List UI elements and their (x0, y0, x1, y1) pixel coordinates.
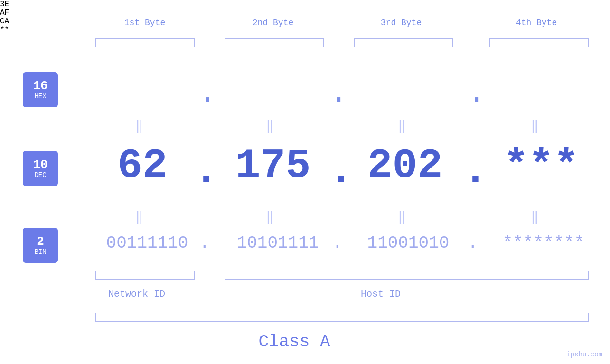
bin-dot-1: . (199, 233, 210, 253)
dec-val-col4: *** (484, 142, 598, 189)
col4-header: 4th Byte (491, 18, 582, 28)
hex-badge-number: 16 (33, 79, 47, 93)
bracket-top-col4 (489, 38, 589, 47)
col1-header: 1st Byte (100, 18, 190, 28)
col2-header: 2nd Byte (228, 18, 318, 28)
bin-badge-number: 2 (37, 235, 44, 249)
eq-upper-1: ‖ (135, 118, 143, 134)
bin-val-col3: 11001010 (351, 233, 465, 253)
col3-header: 3rd Byte (356, 18, 446, 28)
hex-badge: 16 HEX (23, 72, 58, 107)
dec-val-col2: 175 (216, 142, 330, 189)
watermark: ipshu.com (566, 351, 602, 358)
eq-upper-4: ‖ (531, 118, 539, 134)
bin-val-col2: 10101111 (221, 233, 335, 253)
bracket-full-bottom (95, 313, 589, 322)
bracket-bottom-host (225, 271, 589, 280)
hex-dot-2: . (330, 77, 347, 111)
eq-lower-4: ‖ (531, 209, 539, 225)
network-id-label: Network ID (108, 289, 165, 299)
dec-dot-1: . (194, 147, 219, 194)
dec-badge-number: 10 (33, 158, 47, 172)
eq-upper-3: ‖ (398, 118, 406, 134)
bin-val-col1: 00111110 (90, 233, 204, 253)
dec-val-col1: 62 (90, 142, 195, 189)
dec-badge-label: DEC (34, 171, 46, 179)
eq-upper-2: ‖ (266, 118, 274, 134)
dec-val-col3: 202 (348, 142, 462, 189)
dec-dot-2: . (328, 147, 354, 194)
dec-dot-3: . (463, 147, 488, 194)
eq-lower-2: ‖ (266, 209, 274, 225)
hex-badge-label: HEX (34, 93, 46, 100)
host-id-label: Host ID (361, 289, 401, 299)
hex-val-col2: AF (0, 9, 95, 17)
dec-badge: 10 DEC (23, 151, 58, 186)
bracket-bottom-col1 (95, 271, 195, 280)
bracket-top-col3 (354, 38, 453, 47)
bin-badge-label: BIN (34, 248, 46, 256)
bin-dot-2: . (332, 233, 343, 253)
class-label: Class A (0, 332, 589, 352)
hex-val-col3: CA (0, 17, 95, 26)
eq-lower-1: ‖ (135, 209, 143, 225)
bin-badge: 2 BIN (23, 228, 58, 263)
bracket-top-col1 (95, 38, 195, 47)
hex-val-col4: ** (0, 26, 100, 34)
bin-dot-3: . (468, 233, 478, 253)
hex-dot-1: . (198, 77, 216, 111)
eq-lower-3: ‖ (398, 209, 406, 225)
bin-val-col4: ******** (487, 233, 601, 253)
hex-dot-3: . (468, 77, 485, 111)
hex-val-col1: 3E (0, 0, 95, 9)
bracket-top-col2 (225, 38, 324, 47)
